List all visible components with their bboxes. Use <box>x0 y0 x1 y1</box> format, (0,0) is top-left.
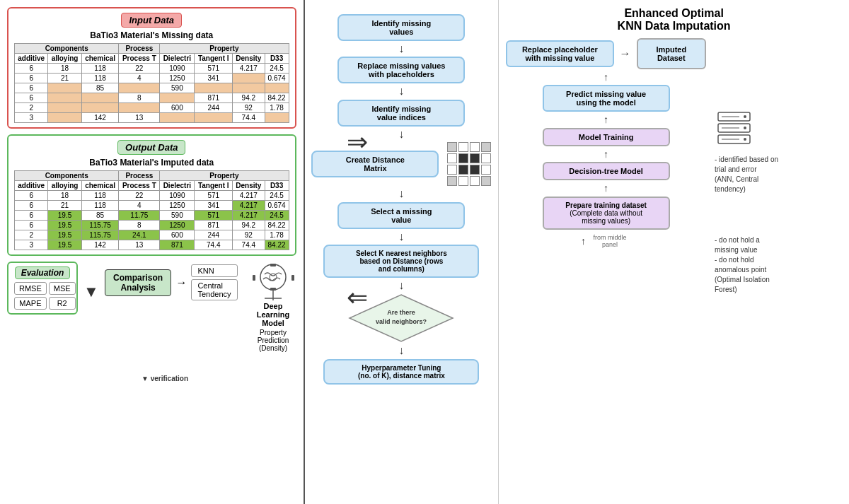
verification-label: ▼ verification <box>142 375 188 382</box>
model-training-box: Model Training <box>543 128 670 146</box>
right-panel: Enhanced OptimalKNN Data Imputation Repl… <box>499 0 849 504</box>
predict-missing-box: Predict missing valueusing the model <box>543 85 670 112</box>
replace-missing-box: Replace missing valueswith placeholders <box>337 57 465 83</box>
knn-option: KNN <box>191 264 237 277</box>
svg-point-15 <box>744 127 746 129</box>
output-table: Components Process Property additiveallo… <box>14 170 289 250</box>
property-header: Property <box>160 44 289 54</box>
process-header: Process <box>119 44 160 54</box>
knn-central-options: KNN Central Tendency <box>191 264 237 300</box>
right-arrow2: ↑ <box>603 112 608 127</box>
table-row: 621118412503414.2170.674 <box>15 201 289 211</box>
svg-point-14 <box>744 115 746 118</box>
svg-rect-3 <box>270 264 276 266</box>
note1: - identified based ontrial and error(ANN… <box>715 155 842 194</box>
arrow1: ↓ <box>398 41 404 57</box>
right-arrow4: ↑ <box>603 180 608 196</box>
arrow7: ↓ <box>398 343 404 358</box>
right-arrow3: ↑ <box>603 146 608 162</box>
rmse-metric: RMSE <box>14 282 47 295</box>
table-row: 619.5115.758125087194.284.22 <box>15 221 289 230</box>
arrow2: ↓ <box>398 83 404 99</box>
svg-point-0 <box>260 264 286 290</box>
imputed-dataset-box: Imputed Dataset <box>637 38 706 69</box>
big-arrow-right: ⇒ <box>347 127 368 157</box>
arrow6: ↓ <box>398 278 404 293</box>
table-row: 219.5115.7524.1600244921.78 <box>15 230 289 240</box>
big-arrow-left: ⇐ <box>347 283 368 312</box>
table-row: 2600244921.78 <box>15 103 289 113</box>
central-tendency-option: Central Tendency <box>191 279 237 300</box>
left-panel: Input Data BaTio3 Material's Missing dat… <box>0 0 305 504</box>
brain-icon <box>250 262 296 300</box>
eval-metrics: RMSE MSE MAPE R2 <box>14 282 71 310</box>
table-row: 685590 <box>15 83 289 93</box>
replace-placeholder-box: Replace placeholderwith missing value <box>506 40 613 67</box>
svg-rect-5 <box>253 275 255 281</box>
input-table: Components Process Property additive all… <box>14 43 289 123</box>
select-missing-value-box: Select a missingvalue <box>337 202 465 229</box>
distance-matrix-box: Create DistanceMatrix <box>311 151 439 177</box>
table-row: 6181182210905714.21724.5 <box>15 191 289 201</box>
prepare-training-box: Prepare training dataset(Complete data w… <box>543 197 670 230</box>
arrow4: ↓ <box>398 186 404 201</box>
distance-matrix-section: Create DistanceMatrix <box>311 142 491 186</box>
output-data-box: Output Data BaTio3 Material's Imputed da… <box>7 134 296 256</box>
evaluation-box: Evaluation RMSE MSE MAPE R2 <box>7 262 78 315</box>
table-row: 319.51421387174.474.484.22 <box>15 240 289 250</box>
svg-text:valid neighbors?: valid neighbors? <box>376 318 427 325</box>
mape-metric: MAPE <box>14 297 47 310</box>
svg-text:Are there: Are there <box>388 309 416 316</box>
identify-indices-box: Identify missingvalue indices <box>337 100 465 127</box>
middle-panel: Identify missingvalues ↓ Replace missing… <box>305 0 499 504</box>
table-row: 621118412503410.674 <box>15 74 289 83</box>
svg-point-7 <box>270 274 277 281</box>
arrow5: ↓ <box>398 229 404 245</box>
svg-rect-4 <box>270 288 276 291</box>
eval-title: Evaluation <box>15 266 71 279</box>
right-main-flow: Replace placeholderwith missing value → … <box>506 38 706 248</box>
mse-metric: MSE <box>49 282 76 295</box>
right-side-notes: - identified based ontrial and error(ANN… <box>715 38 842 295</box>
r2-metric: R2 <box>49 297 76 310</box>
table-row: 6181182210905714.21724.5 <box>15 64 289 74</box>
output-data-title: Output Data <box>117 140 185 155</box>
input-data-title: Input Data <box>121 13 182 28</box>
hyperparameter-box: Hyperparameter Tuning(no. of K), distanc… <box>323 359 479 385</box>
identify-missing-values-box: Identify missingvalues <box>337 14 465 41</box>
server-icon <box>715 109 753 148</box>
svg-rect-6 <box>291 275 294 281</box>
deep-learning-section: Deep LearningModel Property Prediction(D… <box>250 262 296 352</box>
input-data-box: Input Data BaTio3 Material's Missing dat… <box>7 7 296 129</box>
right-arrow1: ↑ <box>603 69 608 85</box>
property-prediction-label: Property Prediction(Density) <box>250 329 296 352</box>
select-knn-box: Select K nearest neighborsbased on Dista… <box>323 245 479 278</box>
dl-label: Deep LearningModel <box>250 302 296 327</box>
note2: - do not hold amissing value- do not hol… <box>715 235 842 295</box>
table-row: 31421374.4 <box>15 113 289 123</box>
input-subtitle: BaTio3 Material's Missing data <box>14 30 289 40</box>
svg-point-16 <box>744 138 746 141</box>
comparison-section: Comparison Analysis → KNN Central Tenden… <box>105 264 238 300</box>
table-row: 6887194.284.22 <box>15 93 289 103</box>
output-subtitle: BaTio3 Material's Imputed data <box>14 158 289 168</box>
decision-tree-box: Decision-tree Model <box>543 162 670 180</box>
right-title: Enhanced OptimalKNN Data Imputation <box>506 7 842 33</box>
comparison-box: Comparison Analysis <box>105 269 172 296</box>
components-header: Components <box>15 44 119 54</box>
table-row: 619.58511.755905714.21724.5 <box>15 211 289 221</box>
arrow3: ↓ <box>398 127 404 142</box>
